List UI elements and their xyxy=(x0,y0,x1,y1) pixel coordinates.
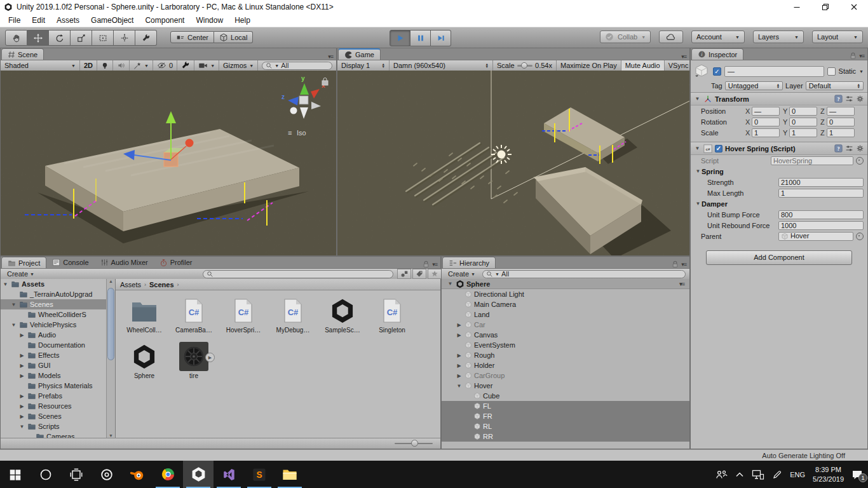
minimize-button[interactable] xyxy=(782,0,811,14)
layers-dropdown[interactable]: Layers ▼ xyxy=(753,30,804,43)
foldout-open-icon[interactable]: ▼ xyxy=(10,322,17,328)
taskbar-start-button[interactable] xyxy=(0,461,31,488)
project-search-input[interactable] xyxy=(203,270,393,278)
gameobject-cube[interactable]: Cube xyxy=(442,391,689,401)
foldout-open-icon[interactable]: ▼ xyxy=(695,201,702,207)
gear-icon[interactable] xyxy=(856,144,864,152)
search-by-label-button[interactable] xyxy=(412,269,426,279)
tab-hierarchy[interactable]: Hierarchy xyxy=(442,257,496,268)
rotation-z-field[interactable]: 0 xyxy=(827,118,855,126)
network-display-icon[interactable] xyxy=(752,470,764,480)
parent-field[interactable]: Hover xyxy=(778,232,853,241)
script-field[interactable]: HoverSpring xyxy=(771,156,853,165)
tool-rotate-button[interactable] xyxy=(49,30,71,46)
rotation-y-field[interactable]: 0 xyxy=(789,118,817,126)
mute-audio-button[interactable]: Mute Audio xyxy=(621,60,665,71)
cloud-button[interactable] xyxy=(659,30,683,43)
foldout-open-icon[interactable]: ▼ xyxy=(456,383,463,389)
gameobject-canvas[interactable]: ▶Canvas xyxy=(442,330,689,340)
position-y-field[interactable]: 0 xyxy=(789,107,817,116)
max-length-field[interactable]: 1 xyxy=(778,189,864,198)
tool-transform-button[interactable] xyxy=(114,30,135,46)
project-folder-audio[interactable]: ▶Audio xyxy=(1,330,115,340)
tab-scene[interactable]: Scene xyxy=(1,48,44,60)
maximize-on-play-button[interactable]: Maximize On Play xyxy=(557,60,621,71)
tool-move-button[interactable] xyxy=(27,30,49,46)
hierarchy-lock-icon[interactable] xyxy=(672,261,679,268)
tool-rect-button[interactable] xyxy=(92,30,114,46)
project-folder-gui[interactable]: ▶GUI xyxy=(1,360,115,370)
tab-console[interactable]: Console xyxy=(46,257,94,268)
foldout-closed-icon[interactable]: ▶ xyxy=(456,373,463,379)
menu-edit[interactable]: Edit xyxy=(26,16,51,25)
object-picker-icon[interactable] xyxy=(856,233,864,240)
foldout-open-icon[interactable]: ▼ xyxy=(18,424,25,430)
foldout-closed-icon[interactable]: ▶ xyxy=(456,363,463,369)
scrollbar-thumb[interactable] xyxy=(107,288,114,360)
scene-menu-icon[interactable]: ▾≡ xyxy=(679,281,689,287)
menu-gameobject[interactable]: GameObject xyxy=(85,16,139,25)
search-by-type-button[interactable] xyxy=(397,269,411,279)
foldout-closed-icon[interactable]: ▶ xyxy=(18,353,25,358)
project-folder-effects[interactable]: ▶Effects xyxy=(1,350,115,360)
project-folder-vehiclephysics[interactable]: ▼VehiclePhysics xyxy=(1,320,115,330)
preview-expand-icon[interactable]: ▶ xyxy=(205,353,215,362)
asset-sphere[interactable]: Sphere xyxy=(125,341,164,379)
scene-tools-button[interactable] xyxy=(177,60,194,71)
menu-file[interactable]: File xyxy=(3,16,26,25)
language-indicator[interactable]: ENG xyxy=(790,471,805,478)
project-folder-documentation[interactable]: Documentation xyxy=(1,340,115,350)
tab-inspector[interactable]: i Inspector xyxy=(691,48,743,60)
asset-singleton[interactable]: C#Singleton xyxy=(372,295,412,334)
thumbnail-size-knob[interactable] xyxy=(411,440,418,447)
tray-chevron-icon[interactable] xyxy=(735,471,744,478)
gizmos-dropdown[interactable]: Gizmos▼ xyxy=(219,60,258,71)
inspector-menu-icon[interactable]: ▾≡ xyxy=(859,53,864,59)
game-viewport[interactable] xyxy=(337,71,689,255)
display-dropdown[interactable]: Display 1 ▲▼ xyxy=(337,60,390,71)
gameobject-fr[interactable]: FR xyxy=(442,411,689,421)
gameobject-holder[interactable]: ▶Holder xyxy=(442,360,689,370)
unit-bump-force-field[interactable]: 800 xyxy=(778,210,864,219)
project-folder-assets[interactable]: ▼Assets xyxy=(1,279,115,289)
gameobject-name-field[interactable]: — xyxy=(724,66,824,77)
foldout-open-icon[interactable]: ▼ xyxy=(10,302,17,308)
project-folder-prefabs[interactable]: ▶Prefabs xyxy=(1,391,115,401)
taskbar-chrome-button[interactable] xyxy=(153,461,183,488)
taskbar-blender-button[interactable] xyxy=(122,461,153,488)
scene-camera-dropdown[interactable]: ▼ xyxy=(194,60,219,71)
play-button[interactable] xyxy=(390,30,410,46)
scene-row-sphere[interactable]: ▼Sphere▾≡ xyxy=(442,279,689,289)
gameobject-fl[interactable]: FL xyxy=(442,401,689,411)
gameobject-land[interactable]: Land xyxy=(442,309,689,320)
collab-button[interactable]: Collab ▼ xyxy=(600,30,651,43)
hover-spring-component-header[interactable]: ▼ c# ✓ Hover Spring (Script) ? xyxy=(691,142,867,155)
foldout-closed-icon[interactable]: ▶ xyxy=(456,353,463,358)
transform-foldout-icon[interactable]: ▼ xyxy=(694,96,701,102)
pause-button[interactable] xyxy=(410,30,431,46)
account-dropdown[interactable]: Account ▼ xyxy=(691,30,745,43)
hover-spring-foldout-icon[interactable]: ▼ xyxy=(694,146,701,151)
projection-mode-label[interactable]: Iso xyxy=(297,129,306,137)
step-button[interactable] xyxy=(431,30,451,46)
gameobject-hover[interactable]: ▼Hover xyxy=(442,381,689,391)
foldout-closed-icon[interactable]: ▶ xyxy=(18,393,25,399)
presets-icon[interactable] xyxy=(845,144,853,152)
gameobject-cargroup[interactable]: ▶CarGroup xyxy=(442,370,689,381)
scale-y-field[interactable]: 1 xyxy=(789,128,817,137)
hierarchy-create-button[interactable]: Create ▼ xyxy=(444,269,480,279)
gameobject-rr[interactable]: RR xyxy=(442,431,689,442)
taskbar-task-view-button[interactable] xyxy=(61,461,92,488)
transform-component-header[interactable]: ▼ Transform ? xyxy=(691,92,867,105)
gameobject-directional-light[interactable]: Directional Light xyxy=(442,289,689,299)
scrollbar-down-icon[interactable]: ▼ xyxy=(109,433,113,438)
layer-dropdown[interactable]: Default ▲▼ xyxy=(806,81,864,90)
project-folder-scenes[interactable]: ▼Scenes xyxy=(1,299,115,309)
asset-tire[interactable]: ▶tire xyxy=(174,341,214,379)
help-icon[interactable]: ? xyxy=(834,95,843,103)
pen-icon[interactable] xyxy=(772,470,782,480)
gameobject-rl[interactable]: RL xyxy=(442,421,689,431)
aspect-dropdown[interactable]: Damn (960x540) ▲▼ xyxy=(390,60,493,71)
draw-mode-dropdown[interactable]: Shaded ▼ xyxy=(1,60,80,71)
close-button[interactable] xyxy=(839,0,868,14)
